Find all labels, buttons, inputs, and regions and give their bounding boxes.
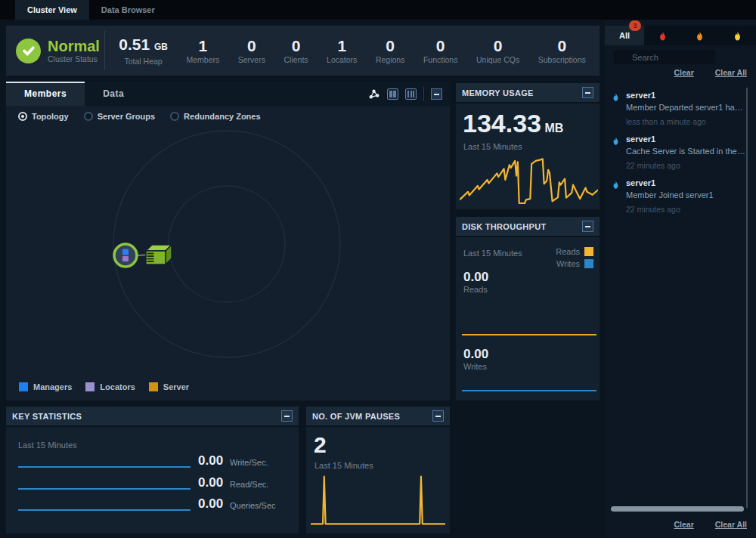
- reads-swatch: [584, 247, 593, 256]
- tab-members[interactable]: Members: [6, 82, 85, 106]
- members-panel-tabs: Members Data: [6, 82, 450, 106]
- key-statistics-header: KEY STATISTICS: [6, 407, 299, 427]
- horizontal-scrollbar[interactable]: [611, 506, 744, 512]
- disk-legend-reads: Reads: [556, 247, 593, 256]
- cluster-status-label: Cluster Status: [48, 54, 100, 63]
- writes-swatch: [584, 259, 593, 268]
- flame-blue-icon: [611, 91, 621, 106]
- cluster-status-bar: Normal Cluster Status 0.51 GB Total Heap…: [6, 26, 600, 76]
- collapse-keystats-icon[interactable]: [281, 410, 293, 422]
- disk-writes-stat: 0.00 Writes: [463, 347, 488, 371]
- cluster-status-value: Normal: [48, 38, 100, 54]
- disk-period: Last 15 Minutes: [463, 249, 522, 258]
- tab-data[interactable]: Data: [85, 82, 142, 106]
- radio-server-groups[interactable]: Server Groups: [84, 112, 155, 121]
- metric-regions: 0 Regions: [376, 37, 405, 64]
- collapse-jvm-icon[interactable]: [432, 410, 444, 422]
- locator-node-icon: [114, 244, 137, 267]
- metric-unique-cqs: 0 Unique CQs: [476, 37, 519, 64]
- disk-reads-stat: 0.00 Reads: [463, 270, 488, 294]
- metric-locators: 1 Locators: [327, 37, 357, 64]
- tab-severe-alerts[interactable]: [644, 26, 681, 45]
- clear-all-link[interactable]: Clear All: [715, 520, 747, 529]
- flame-red-icon: [657, 29, 668, 42]
- topology-graph[interactable]: [6, 126, 450, 376]
- radio-icon: [170, 112, 179, 121]
- metric-functions: 0 Functions: [423, 37, 458, 64]
- flame-orange-icon: [694, 29, 705, 42]
- jvm-pauses-value: 2: [314, 432, 327, 458]
- disk-throughput-header: DISK THROUGHPUT: [456, 217, 600, 237]
- alert-item[interactable]: server1 Cache Server is Started in the V…: [605, 134, 745, 170]
- alert-item[interactable]: server1 Member Departed server1 has cras…: [605, 91, 745, 126]
- clear-link[interactable]: Clear: [674, 68, 694, 77]
- cluster-metrics: 0.51 GB Total Heap 1 Members 0 Servers 0…: [105, 36, 600, 66]
- tab-data-browser[interactable]: Data Browser: [89, 0, 167, 20]
- collapse-members-icon[interactable]: [431, 88, 442, 100]
- alerts-sidebar: All 3 Clear Clear All: [605, 20, 756, 538]
- vertical-scrollbar[interactable]: [746, 88, 748, 508]
- server-swatch: [149, 382, 158, 391]
- cluster-status: Normal Cluster Status: [6, 26, 104, 76]
- collapse-memory-icon[interactable]: [582, 87, 593, 98]
- jvm-sparkline: [311, 475, 445, 526]
- divider: [423, 87, 424, 100]
- legend-managers: Managers: [19, 382, 72, 391]
- memory-usage-widget: MEMORY USAGE 134.33 MB Last 15 Minutes: [456, 83, 600, 209]
- disk-writes-sparkline: [462, 390, 596, 391]
- treemap-view-icon[interactable]: [405, 88, 417, 100]
- alert-links-bottom: Clear Clear All: [674, 520, 747, 529]
- radio-icon: [84, 112, 93, 121]
- locators-swatch: [85, 382, 94, 391]
- radio-selected-icon: [18, 112, 27, 121]
- managers-swatch: [19, 382, 28, 391]
- alert-tabs: All 3: [605, 26, 756, 45]
- clear-all-link[interactable]: Clear All: [715, 68, 747, 77]
- legend-locators: Locators: [85, 382, 135, 391]
- radio-topology[interactable]: Topology: [18, 112, 69, 121]
- tab-cluster-view[interactable]: Cluster View: [15, 0, 89, 20]
- check-icon: [16, 39, 41, 63]
- disk-reads-sparkline: [462, 334, 596, 335]
- tab-error-alerts[interactable]: [681, 26, 718, 45]
- tab-all-alerts[interactable]: All 3: [605, 26, 644, 45]
- alert-count-badge: 3: [629, 20, 641, 31]
- metric-subscriptions: 0 Subscriptions: [538, 37, 586, 64]
- metric-members: 1 Members: [186, 37, 219, 64]
- keystats-period: Last 15 Minutes: [18, 441, 77, 450]
- top-tab-bar: Cluster View Data Browser: [0, 0, 756, 20]
- jvm-pauses-header: NO. OF JVM PAUSES: [306, 407, 450, 427]
- disk-legend-writes: Writes: [556, 259, 593, 268]
- metric-clients: 0 Clients: [284, 37, 308, 64]
- memory-sparkline: [460, 155, 598, 205]
- disk-throughput-widget: DISK THROUGHPUT Last 15 Minutes Reads Wr…: [456, 217, 600, 400]
- queries-per-sec-row: 0.00 Queries/Sec: [6, 496, 299, 516]
- reads-per-sec-row: 0.00 Read/Sec.: [6, 475, 299, 495]
- topology-filter-row: Topology Server Groups Redundancy Zones: [6, 106, 450, 126]
- flame-blue-icon: [611, 135, 621, 150]
- memory-period: Last 15 Minutes: [463, 142, 522, 151]
- pulse-dashboard: Cluster View Data Browser Normal Cluster…: [0, 0, 756, 538]
- tab-warning-alerts[interactable]: [719, 26, 756, 45]
- metric-servers: 0 Servers: [238, 37, 265, 64]
- memory-value: 134.33: [463, 109, 541, 138]
- clear-link[interactable]: Clear: [674, 520, 694, 529]
- writes-per-sec-row: 0.00 Write/Sec.: [6, 453, 299, 473]
- topology-view-icon[interactable]: [367, 87, 380, 100]
- metric-total-heap: 0.51 GB Total Heap: [119, 36, 168, 66]
- writes-sparkline: [18, 466, 191, 468]
- alert-item[interactable]: server1 Member Joined server1 22 minutes…: [605, 178, 745, 214]
- flame-blue-icon: [611, 179, 621, 193]
- alert-search-input[interactable]: [614, 50, 715, 64]
- legend-server: Server: [149, 382, 189, 391]
- key-statistics-widget: KEY STATISTICS Last 15 Minutes 0.00 Writ…: [6, 407, 299, 533]
- reads-sparkline: [18, 488, 191, 490]
- member-cube-icon: [146, 245, 172, 264]
- collapse-disk-icon[interactable]: [582, 221, 593, 232]
- memory-unit: MB: [544, 122, 563, 134]
- flame-yellow-icon: [732, 29, 743, 42]
- grid-view-icon[interactable]: [387, 88, 398, 100]
- radio-redundancy-zones[interactable]: Redundancy Zones: [170, 112, 260, 121]
- jvm-pauses-widget: NO. OF JVM PAUSES 2 Last 15 Minutes: [306, 407, 450, 533]
- topology-legend: Managers Locators Server: [19, 382, 189, 391]
